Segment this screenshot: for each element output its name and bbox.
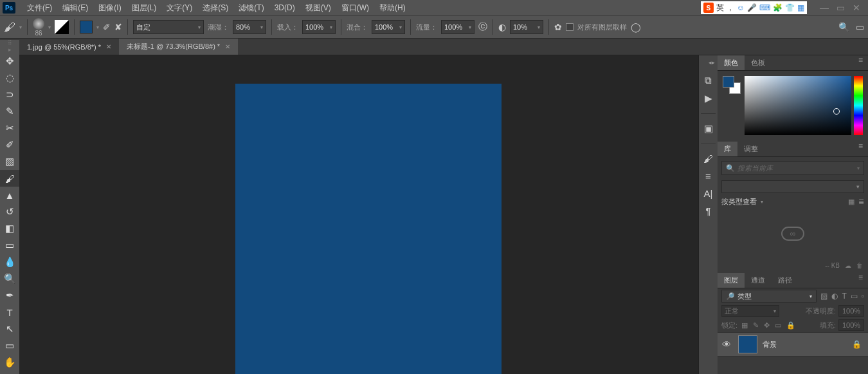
load-input[interactable]: 100%▾ [302, 20, 336, 34]
search-icon[interactable]: 🔍 [838, 22, 849, 32]
thumb-view-icon[interactable]: ▦ [848, 198, 854, 206]
history-panel-icon[interactable]: ⧉ [705, 75, 712, 86]
marquee-tool-icon[interactable]: ◌ [0, 70, 19, 86]
filter-shape-icon[interactable]: ▭ [851, 292, 858, 301]
lock-image-icon[interactable]: ✎ [753, 321, 759, 330]
brush-tool-icon[interactable]: 🖌 [0, 170, 19, 187]
character-panel-icon[interactable]: A| [704, 188, 713, 199]
library-search[interactable]: 🔍 搜索当前库 ▾ [721, 161, 864, 175]
blend-mode-select[interactable]: 正常▾ [721, 305, 779, 317]
trash-icon[interactable]: 🗑 [856, 262, 863, 269]
toolbox-expand-icon[interactable]: ▸ [0, 46, 19, 53]
mix-input[interactable]: 100%▾ [372, 20, 405, 34]
brush-panel-icon[interactable] [55, 20, 69, 34]
filter-type-icon[interactable]: T [842, 292, 846, 301]
menu-edit[interactable]: 编辑(E) [57, 3, 93, 14]
quick-select-tool-icon[interactable]: ✎ [0, 103, 19, 120]
view-by-type-label[interactable]: 按类型查看 [721, 197, 757, 207]
close-tab-1-icon[interactable]: ✕ [106, 43, 111, 50]
toolbox-grip-icon[interactable]: ⠿ [0, 40, 19, 46]
hand-tool-icon[interactable]: ✋ [0, 354, 19, 371]
tab-paths[interactable]: 路径 [772, 273, 799, 288]
load-brush-icon[interactable]: ✐ [103, 22, 111, 32]
canvas[interactable] [235, 84, 502, 374]
brushes-panel-icon[interactable]: 🖌 [703, 153, 713, 164]
color-panel-menu-icon[interactable]: ≡ [853, 55, 868, 70]
tool-icon[interactable]: 🖌 [4, 21, 15, 34]
menu-layer[interactable]: 图层(L) [127, 3, 162, 14]
pen-tool-icon[interactable]: ✒ [0, 287, 19, 304]
menu-type[interactable]: 文字(Y) [161, 3, 197, 14]
tab-swatches[interactable]: 色板 [745, 55, 772, 70]
brush-settings-panel-icon[interactable]: ≡ [705, 171, 711, 182]
wet-input[interactable]: 80%▾ [233, 20, 266, 34]
ime-widget[interactable]: S 英 ， ☺ 🎤 ⌨ 🧩 👕 ▦ [701, 1, 807, 14]
eyedropper-tool-icon[interactable]: ✐ [0, 136, 19, 153]
path-select-tool-icon[interactable]: ↖ [0, 321, 19, 337]
airbrush-icon[interactable]: ⓒ [478, 21, 487, 33]
opacity-input[interactable]: 100% [838, 305, 864, 317]
brush-preset-picker[interactable]: 86 [33, 18, 44, 37]
stamp-tool-icon[interactable]: ▲ [0, 187, 19, 203]
gear-icon[interactable]: ✿ [554, 22, 562, 32]
lock-icon[interactable]: 🔒 [852, 340, 862, 349]
filter-image-icon[interactable]: ▧ [820, 292, 827, 301]
library-select[interactable]: ▾ [721, 180, 864, 193]
tab-channels[interactable]: 通道 [745, 273, 772, 288]
layer-name[interactable]: 背景 [763, 340, 847, 350]
menu-view[interactable]: 视图(V) [300, 3, 336, 14]
menu-help[interactable]: 帮助(H) [374, 3, 411, 14]
foreground-background-swatch[interactable] [723, 76, 739, 93]
fill-input[interactable]: 100% [838, 319, 864, 331]
layers-panel-menu-icon[interactable]: ≡ [853, 273, 868, 288]
visibility-toggle-icon[interactable]: 👁 [720, 339, 733, 350]
collapsed-dock-expand-icon[interactable]: ◂▸ [699, 59, 718, 68]
list-view-icon[interactable]: ≣ [858, 198, 864, 206]
library-panel-menu-icon[interactable]: ≡ [853, 142, 868, 156]
lock-position-icon[interactable]: ✥ [764, 321, 770, 330]
history-brush-tool-icon[interactable]: ↺ [0, 203, 19, 220]
menu-select[interactable]: 选择(S) [197, 3, 233, 14]
smoothing-icon[interactable]: ◐ [498, 22, 506, 32]
foreground-color[interactable] [723, 76, 734, 88]
layer-thumbnail[interactable] [738, 335, 757, 353]
properties-panel-icon[interactable]: ▣ [704, 123, 713, 135]
move-tool-icon[interactable]: ✥ [0, 53, 19, 70]
menu-filter[interactable]: 滤镜(T) [233, 3, 269, 14]
smoothing-input[interactable]: 10%▾ [510, 20, 543, 34]
doc-tab-1[interactable]: 1.jpg @ 55%(RGB/8*) * ✕ [19, 39, 119, 55]
filter-adjust-icon[interactable]: ◐ [831, 292, 838, 301]
minimize-button[interactable]: — [820, 3, 829, 13]
filter-smartobj-icon[interactable]: ▫ [862, 292, 864, 301]
tab-color[interactable]: 颜色 [718, 55, 745, 70]
hue-slider[interactable] [854, 76, 863, 135]
menu-image[interactable]: 图像(I) [93, 3, 126, 14]
tab-library[interactable]: 库 [718, 142, 737, 156]
doc-tab-2[interactable]: 未标题-1 @ 73.3%(RGB/8#) * ✕ [119, 39, 238, 55]
cloud-sync-icon[interactable]: ☁ [845, 262, 851, 269]
clean-brush-icon[interactable]: ✘ [114, 22, 122, 32]
paragraph-panel-icon[interactable]: ¶ [705, 205, 710, 216]
close-tab-2-icon[interactable]: ✕ [225, 43, 230, 50]
menu-window[interactable]: 窗口(W) [336, 3, 374, 14]
crop-tool-icon[interactable]: ✂ [0, 120, 19, 136]
layer-filter-select[interactable]: 🔎 类型 ▾ [721, 290, 817, 303]
lasso-tool-icon[interactable]: ⊃ [0, 86, 19, 103]
current-color-swatch[interactable] [80, 21, 93, 33]
blend-preset-select[interactable]: 自定▾ [133, 20, 204, 34]
actions-panel-icon[interactable]: ▶ [705, 93, 712, 104]
lock-all-icon[interactable]: 🔒 [786, 321, 795, 330]
layer-item-background[interactable]: 👁 背景 🔒 [718, 332, 868, 357]
document-workspace[interactable] [19, 55, 718, 374]
shape-tool-icon[interactable]: ▭ [0, 337, 19, 354]
sample-all-checkbox[interactable] [566, 23, 574, 31]
flow-input[interactable]: 100%▾ [441, 20, 475, 34]
screen-mode-icon[interactable]: ▭ [856, 22, 864, 32]
lock-artboard-icon[interactable]: ▭ [775, 321, 781, 330]
dodge-tool-icon[interactable]: 🔍 [0, 270, 19, 287]
eraser-tool-icon[interactable]: ◧ [0, 220, 19, 237]
healing-tool-icon[interactable]: ▨ [0, 153, 19, 170]
tablet-pressure-icon[interactable]: ◯ [631, 22, 641, 32]
lock-transparent-icon[interactable]: ▦ [741, 321, 748, 330]
menu-3d[interactable]: 3D(D) [269, 3, 300, 12]
